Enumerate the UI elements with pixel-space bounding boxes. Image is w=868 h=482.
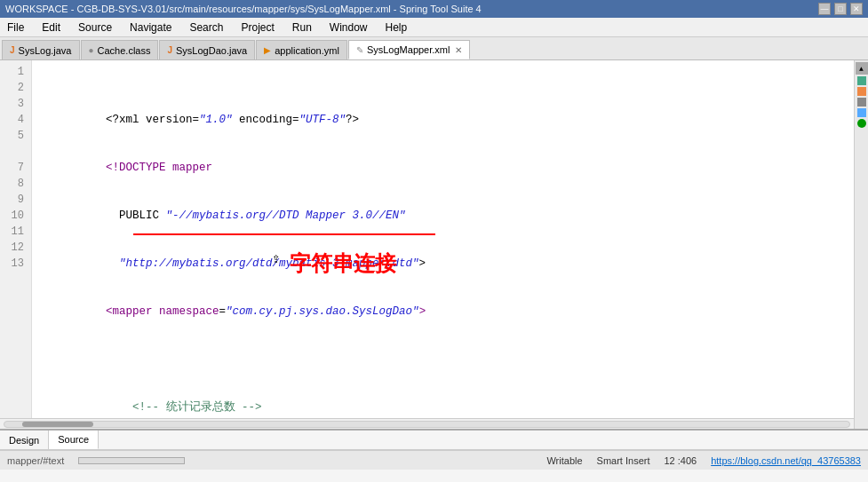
menu-run[interactable]: Run — [289, 20, 315, 35]
code-editor[interactable]: <?xml version="1.0" encoding="UTF-8"?> <… — [32, 60, 854, 418]
status-writable: Writable — [546, 455, 582, 466]
window-title: WORKSPACE - CGB-DB-SYS-V3.01/src/main/re… — [5, 4, 482, 14]
maximize-button[interactable]: □ — [834, 3, 847, 15]
line-1: <?xml version="1.0" encoding="UTF-8"?> — [39, 96, 847, 112]
menu-file[interactable]: File — [4, 20, 28, 35]
bottom-tab-source[interactable]: Source — [49, 431, 99, 449]
menu-bar: File Edit Source Navigate Search Project… — [0, 18, 868, 37]
right-sidebar: ▲ — [854, 60, 868, 429]
red-underline — [133, 233, 435, 235]
line-5: <mapper namespace="com.cy.pj.sys.dao.Sys… — [39, 288, 847, 304]
sidebar-status-green — [857, 76, 866, 85]
sidebar-collapse-icon[interactable]: ▲ — [856, 62, 868, 75]
tab-close-button[interactable]: ✕ — [455, 45, 462, 55]
annotation-label: 字符串连接 — [290, 256, 396, 272]
tab-label-cache: Cache.class — [98, 45, 151, 56]
tab-icon-c: ● — [89, 45, 94, 55]
line-7: <!-- 统计记录总数 --> — [39, 383, 847, 399]
tab-bar: J SysLog.java ● Cache.class J SysLogDao.… — [0, 37, 868, 60]
line-4: "http://mybatis.org/dtd/mybatis-3-mapper… — [39, 240, 847, 256]
tab-cache-class[interactable]: ● Cache.class — [81, 40, 159, 59]
editor-area[interactable]: 1 2 3 4 5 7 8 9 10 11 12 13 <?xml versio… — [0, 60, 854, 429]
line-2: <!DOCTYPE mapper — [39, 144, 847, 160]
status-insert-mode: Smart Insert — [597, 455, 650, 466]
tab-syslogdao-java[interactable]: J SysLogDao.java — [159, 40, 255, 59]
status-path: mapper/#text — [7, 455, 64, 466]
window-controls[interactable]: — □ ✕ — [818, 3, 863, 15]
tab-icon-yml: ▶ — [264, 45, 271, 55]
sidebar-status-circle — [857, 119, 866, 128]
tab-icon-j2: J — [167, 45, 172, 55]
tab-label-syslog: SysLog.java — [19, 45, 72, 56]
status-position: 12 :406 — [664, 455, 697, 466]
tab-label-syslogdao: SysLogDao.java — [176, 45, 247, 56]
status-bar: mapper/#text Writable Smart Insert 12 :4… — [0, 450, 868, 470]
main-area: 1 2 3 4 5 7 8 9 10 11 12 13 <?xml versio… — [0, 60, 868, 429]
line-6 — [39, 336, 847, 352]
tab-syslogmapper-xml[interactable]: ✎ SysLogMapper.xml ✕ — [348, 40, 471, 59]
close-button[interactable]: ✕ — [850, 3, 863, 15]
menu-navigate[interactable]: Navigate — [126, 20, 175, 35]
scrollbar-thumb[interactable] — [22, 422, 93, 427]
tab-icon-j1: J — [10, 45, 15, 55]
line-3: PUBLIC "-//mybatis.org//DTD Mapper 3.0//… — [39, 192, 847, 208]
tab-label-syslogmapper: SysLogMapper.xml — [367, 44, 450, 55]
horizontal-scrollbar[interactable] — [0, 418, 854, 429]
title-bar: WORKSPACE - CGB-DB-SYS-V3.01/src/main/re… — [0, 0, 868, 18]
tab-icon-xml: ✎ — [356, 45, 363, 55]
line-numbers: 1 2 3 4 5 7 8 9 10 11 12 13 — [0, 60, 32, 418]
sidebar-status-blue — [857, 108, 866, 117]
menu-search[interactable]: Search — [186, 20, 227, 35]
sidebar-status-gray — [857, 98, 866, 107]
scrollbar-track — [4, 421, 850, 428]
bottom-area: Design Source mapper/#text Writable Smar… — [0, 429, 868, 482]
tab-syslog-java[interactable]: J SysLog.java — [2, 40, 80, 59]
tab-application-yml[interactable]: ▶ application.yml — [256, 40, 347, 59]
menu-window[interactable]: Window — [326, 20, 371, 35]
bottom-tab-bar: Design Source — [0, 431, 868, 450]
minimize-button[interactable]: — — [818, 3, 831, 15]
bottom-tab-design[interactable]: Design — [0, 431, 49, 449]
code-content: 1 2 3 4 5 7 8 9 10 11 12 13 <?xml versio… — [0, 60, 854, 418]
sidebar-status-orange — [857, 87, 866, 96]
menu-source[interactable]: Source — [75, 20, 115, 35]
menu-help[interactable]: Help — [382, 20, 411, 35]
tab-label-appyml: application.yml — [275, 45, 339, 56]
menu-project[interactable]: Project — [237, 20, 277, 35]
progress-bar — [78, 457, 185, 464]
status-url[interactable]: https://blog.csdn.net/qq_43765383 — [711, 455, 861, 466]
menu-edit[interactable]: Edit — [38, 20, 64, 35]
